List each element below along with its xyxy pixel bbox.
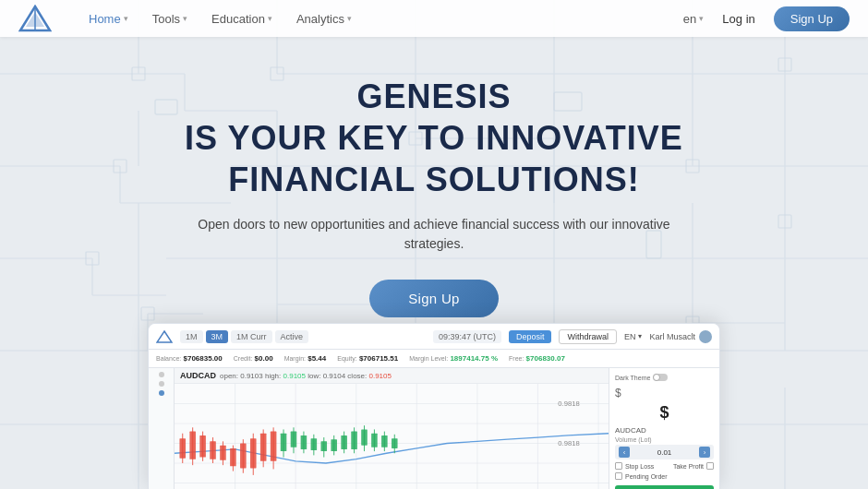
chart-pair: AUDCAD — [180, 371, 216, 380]
nav-education[interactable]: Education ▾ — [202, 8, 282, 30]
signup-hero-button[interactable]: Sign Up — [369, 280, 498, 317]
dark-theme-label: Dark Theme — [615, 375, 650, 381]
platform-username: Karl Musaclt — [649, 332, 695, 341]
hero-title: GENESIS IS YOUR KEY TO INNOVATIVE FINANC… — [185, 76, 683, 200]
nav-tools-label: Tools — [152, 12, 180, 26]
withdrawal-button[interactable]: Withdrawal — [559, 329, 617, 344]
margin-label: Margin: — [284, 355, 306, 362]
margin-value: $5.44 — [307, 354, 326, 363]
platform-body: AUDCAD open: 0.9103 high: 0.9105 low: 0.… — [149, 368, 719, 489]
dark-theme-toggle[interactable]: Dark Theme — [615, 374, 668, 381]
education-chevron-icon: ▾ — [268, 14, 272, 23]
lot-increase-button[interactable]: › — [699, 447, 710, 458]
svg-text:0.9818: 0.9818 — [558, 400, 579, 408]
take-profit-label: Take Profit — [673, 463, 704, 470]
analytics-chevron-icon: ▾ — [347, 14, 352, 23]
signup-nav-button[interactable]: Sign Up — [774, 6, 850, 31]
sidebar-right-header: Dark Theme — [615, 374, 714, 381]
balance-item-credit: Credit: $0.00 — [234, 354, 273, 363]
sidebar-dot-1 — [159, 372, 164, 377]
balance-item-free: Free: $706830.07 — [509, 354, 565, 363]
take-profit-checkbox[interactable] — [706, 462, 714, 470]
tab-1m[interactable]: 1M — [180, 330, 203, 343]
balance-bar: Balance: $706835.00 Credit: $0.00 Margin… — [149, 350, 719, 368]
balance-value: $706835.00 — [183, 354, 222, 363]
nav-tools[interactable]: Tools ▾ — [143, 8, 197, 30]
balance-item-balance: Balance: $706835.00 — [156, 354, 223, 363]
credit-value: $0.00 — [255, 354, 273, 363]
platform-user: Karl Musaclt — [649, 330, 712, 343]
pending-order-row: Pending Order — [615, 472, 714, 480]
language-label: en — [683, 12, 696, 26]
lang-chevron-icon: ▾ — [699, 14, 704, 23]
chart-area[interactable]: AUDCAD open: 0.9103 high: 0.9105 low: 0.… — [175, 368, 609, 489]
platform-topbar: 1M 3M 1M Curr Active 09:39:47 (UTC) Depo… — [149, 324, 719, 350]
balance-label: Balance: — [156, 355, 181, 362]
pending-order-checkbox[interactable] — [615, 472, 622, 480]
balance-item-equity: Equity: $706715.51 — [337, 354, 398, 363]
platform-sidebar-left — [149, 368, 175, 489]
tools-chevron-icon: ▾ — [183, 14, 187, 23]
svg-marker-49 — [157, 331, 172, 342]
chart-low: 0.9104 — [323, 372, 345, 380]
login-button[interactable]: Log in — [713, 8, 764, 30]
sidebar-dot-2 — [159, 381, 164, 387]
free-value: $706830.07 — [526, 354, 565, 363]
platform-lang-chevron: ▾ — [638, 332, 642, 340]
toggle-ball[interactable] — [653, 374, 668, 381]
platform-sidebar-right: Dark Theme $ $ AUDCAD Volume (Lot) ‹ 0.0… — [609, 368, 719, 489]
balance-item-margin-level: Margin Level: 1897414.75 % — [409, 354, 498, 363]
tab-3m[interactable]: 3M — [206, 330, 229, 343]
platform-tabs: 1M 3M 1M Curr Active — [180, 330, 308, 343]
pair-label: AUDCAD — [615, 426, 714, 435]
platform-lang[interactable]: EN ▾ — [624, 332, 643, 341]
nav-home[interactable]: Home ▾ — [79, 8, 138, 30]
chart-close: 0.9105 — [368, 372, 391, 380]
deposit-button[interactable]: Deposit — [509, 330, 552, 343]
navbar: Home ▾ Tools ▾ Education ▾ Analytics ▾ e… — [0, 0, 868, 37]
nav-links: Home ▾ Tools ▾ Education ▾ Analytics ▾ — [79, 8, 683, 30]
free-label: Free: — [509, 355, 524, 362]
platform-lang-label: EN — [624, 332, 636, 341]
balance-item-margin: Margin: $5.44 — [284, 354, 327, 363]
platform-time: 09:39:47 (UTC) — [433, 330, 501, 343]
chart-header: AUDCAD open: 0.9103 high: 0.9105 low: 0.… — [175, 368, 609, 384]
credit-label: Credit: — [234, 355, 253, 362]
dollar-display: $ — [615, 403, 714, 423]
equity-value: $706715.51 — [359, 354, 398, 363]
nav-analytics-label: Analytics — [296, 12, 344, 26]
language-selector[interactable]: en ▾ — [683, 12, 704, 26]
avatar — [699, 330, 712, 343]
margin-level-label: Margin Level: — [409, 355, 448, 362]
platform-preview: 1M 3M 1M Curr Active 09:39:47 (UTC) Depo… — [148, 323, 720, 489]
stop-loss-label: Stop Loss — [625, 463, 654, 470]
logo[interactable] — [18, 5, 52, 32]
tab-active[interactable]: Active — [275, 330, 309, 343]
lot-decrease-button[interactable]: ‹ — [619, 447, 630, 458]
dollar-symbol: $ — [615, 387, 714, 400]
buy-button[interactable]: BUY — [615, 485, 714, 489]
svg-text:0.9818: 0.9818 — [558, 439, 579, 447]
hero-section: GENESIS IS YOUR KEY TO INNOVATIVE FINANC… — [0, 37, 868, 355]
volume-label: Volume (Lot) — [615, 436, 714, 443]
tab-curr[interactable]: 1M Curr — [231, 330, 272, 343]
lot-control: ‹ 0.01 › — [615, 445, 714, 459]
hero-title-line2: IS YOUR KEY TO INNOVATIVE — [185, 119, 683, 157]
nav-analytics[interactable]: Analytics ▾ — [287, 8, 361, 30]
home-chevron-icon: ▾ — [124, 14, 128, 23]
stop-loss-checkbox[interactable] — [615, 462, 622, 470]
lot-value: 0.01 — [657, 448, 672, 457]
equity-label: Equity: — [337, 355, 356, 362]
hero-title-line1: GENESIS — [356, 78, 511, 115]
toggle-indicator — [653, 374, 660, 381]
stop-loss-row: Stop Loss Take Profit — [615, 462, 714, 470]
chart-high: 0.9105 — [283, 372, 306, 380]
chart-canvas: 0.9818 0.9818 — [175, 384, 609, 489]
pending-order-label: Pending Order — [625, 473, 668, 480]
hero-subtitle: Open doors to new opportunities and achi… — [175, 215, 693, 254]
margin-level-value: 1897414.75 % — [450, 354, 498, 363]
nav-right: en ▾ Log in Sign Up — [683, 6, 850, 31]
nav-home-label: Home — [89, 12, 121, 26]
chart-ohlc: open: 0.9103 high: 0.9105 low: 0.9104 cl… — [220, 372, 392, 380]
hero-title-line3: FINANCIAL SOLUTIONS! — [228, 161, 639, 198]
